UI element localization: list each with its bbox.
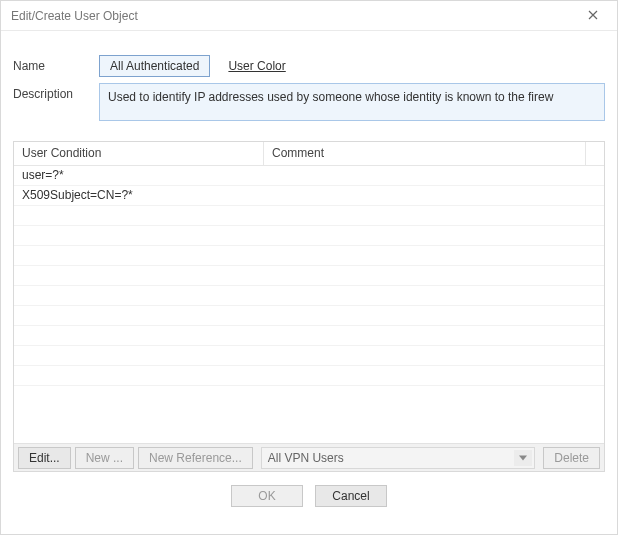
cell-condition	[14, 286, 264, 305]
cell-comment	[264, 266, 604, 285]
cell-comment	[264, 206, 604, 225]
table-row[interactable]	[14, 366, 604, 386]
new-button[interactable]: New ...	[75, 447, 134, 469]
table-row[interactable]	[14, 326, 604, 346]
cell-comment	[264, 286, 604, 305]
table-header: User Condition Comment	[14, 142, 604, 166]
cell-condition	[14, 366, 264, 385]
description-row: Description Used to identify IP addresse…	[13, 83, 605, 121]
edit-button[interactable]: Edit...	[18, 447, 71, 469]
cell-condition	[14, 226, 264, 245]
reference-select-wrap: All VPN Users	[261, 447, 536, 469]
dialog: Edit/Create User Object Name All Authent…	[0, 0, 618, 535]
user-color-link[interactable]: User Color	[228, 55, 285, 73]
description-label: Description	[13, 83, 99, 101]
table-body[interactable]: user=?*X509Subject=CN=?*	[14, 166, 604, 443]
name-input[interactable]: All Authenticated	[99, 55, 210, 77]
col-user-condition[interactable]: User Condition	[14, 142, 264, 165]
name-label: Name	[13, 55, 99, 73]
chevron-down-icon	[514, 450, 532, 466]
col-comment[interactable]: Comment	[264, 142, 586, 165]
table-row[interactable]	[14, 206, 604, 226]
description-input[interactable]: Used to identify IP addresses used by so…	[99, 83, 605, 121]
new-reference-button[interactable]: New Reference...	[138, 447, 253, 469]
cell-comment	[264, 186, 604, 205]
table-row[interactable]: X509Subject=CN=?*	[14, 186, 604, 206]
cell-comment	[264, 306, 604, 325]
table-row[interactable]	[14, 346, 604, 366]
name-row: Name All Authenticated User Color	[13, 55, 605, 77]
table-row[interactable]	[14, 246, 604, 266]
conditions-table: User Condition Comment user=?*X509Subjec…	[13, 141, 605, 472]
cell-comment	[264, 326, 604, 345]
table-row[interactable]: user=?*	[14, 166, 604, 186]
cell-comment	[264, 166, 604, 185]
cell-condition	[14, 326, 264, 345]
dialog-footer: OK Cancel	[13, 472, 605, 520]
cell-condition	[14, 306, 264, 325]
cell-condition	[14, 246, 264, 265]
cell-condition: user=?*	[14, 166, 264, 185]
cell-condition	[14, 206, 264, 225]
table-row[interactable]	[14, 286, 604, 306]
cancel-button[interactable]: Cancel	[315, 485, 387, 507]
delete-button[interactable]: Delete	[543, 447, 600, 469]
cell-comment	[264, 246, 604, 265]
table-row[interactable]	[14, 266, 604, 286]
table-toolbar: Edit... New ... New Reference... All VPN…	[14, 443, 604, 471]
close-button[interactable]	[577, 4, 609, 28]
close-icon	[588, 9, 598, 23]
reference-select-value: All VPN Users	[268, 451, 344, 465]
titlebar: Edit/Create User Object	[1, 1, 617, 31]
cell-condition	[14, 346, 264, 365]
cell-condition	[14, 266, 264, 285]
cell-comment	[264, 346, 604, 365]
cell-comment	[264, 226, 604, 245]
table-row[interactable]	[14, 226, 604, 246]
cell-condition: X509Subject=CN=?*	[14, 186, 264, 205]
table-row[interactable]	[14, 306, 604, 326]
content: Name All Authenticated User Color Descri…	[1, 31, 617, 534]
ok-button[interactable]: OK	[231, 485, 303, 507]
reference-select[interactable]: All VPN Users	[261, 447, 536, 469]
window-title: Edit/Create User Object	[11, 9, 577, 23]
col-spacer	[586, 142, 604, 165]
cell-comment	[264, 366, 604, 385]
